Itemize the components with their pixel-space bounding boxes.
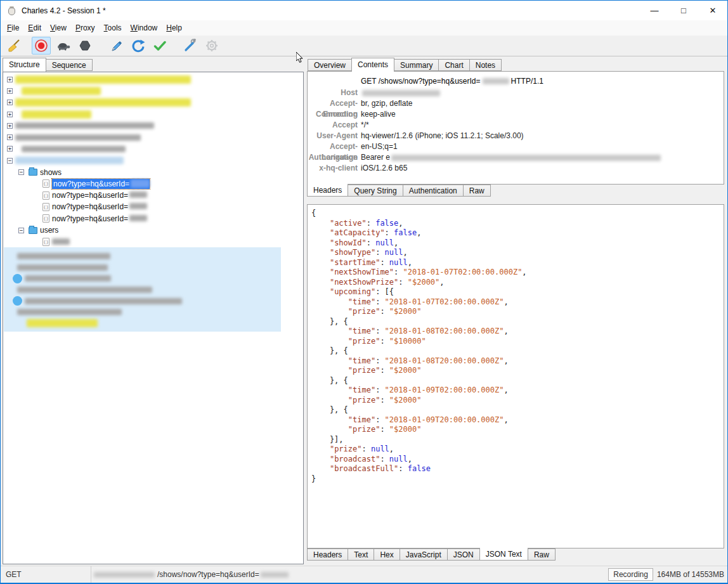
tab-notes[interactable]: Notes: [469, 59, 502, 71]
close-button[interactable]: ✕: [698, 1, 727, 20]
json-text-body: { "active": false, "atCapacity": false, …: [311, 209, 724, 484]
redacted-blob: [15, 75, 191, 84]
clear-broom-icon[interactable]: [4, 37, 23, 55]
status-path-text: /shows/now?type=hq&userId=: [157, 570, 259, 579]
subtab-headers[interactable]: Headers: [307, 184, 348, 197]
redacted-blob: [15, 98, 191, 107]
breakpoints-hexagon-icon[interactable]: [75, 37, 94, 55]
throttle-turtle-icon[interactable]: [54, 37, 73, 55]
expand-plus-icon[interactable]: +: [7, 112, 13, 117]
toolbar: [1, 36, 727, 56]
tree-row[interactable]: {}now?type=hq&userId=: [3, 178, 303, 190]
tree-row[interactable]: −shows: [3, 166, 303, 178]
minimize-button[interactable]: —: [640, 1, 669, 20]
compose-pen-icon[interactable]: [107, 37, 126, 55]
tree-row[interactable]: {}now?type=hq&userId=: [3, 201, 303, 212]
tree-row[interactable]: [4, 273, 281, 285]
tree-item-label: now?type=hq&userId=: [52, 191, 147, 200]
expand-plus-icon[interactable]: +: [7, 134, 13, 140]
menu-item-help[interactable]: Help: [162, 22, 186, 34]
subtab-raw[interactable]: Raw: [463, 185, 491, 197]
tree-row[interactable]: [4, 262, 281, 273]
menu-item-tools[interactable]: Tools: [100, 22, 126, 34]
mouse-cursor: [296, 52, 304, 64]
subtab-authentication[interactable]: Authentication: [403, 185, 464, 197]
repeat-icon[interactable]: [129, 37, 148, 55]
subtab-javascript[interactable]: JavaScript: [400, 548, 448, 561]
tree-row[interactable]: {}: [3, 236, 303, 247]
subtab-hex[interactable]: Hex: [374, 548, 400, 561]
folder-icon: [29, 169, 37, 176]
tree-row[interactable]: +: [3, 143, 303, 155]
tree-row[interactable]: +: [3, 97, 303, 108]
tree-row[interactable]: [4, 250, 281, 262]
expand-plus-icon[interactable]: +: [7, 123, 13, 129]
redacted-user-id: [483, 78, 509, 84]
request-doc-icon: {}: [42, 238, 49, 246]
subtab-text[interactable]: Text: [348, 548, 374, 561]
tree-row[interactable]: +: [3, 131, 303, 143]
collapse-minus-icon[interactable]: −: [7, 158, 13, 164]
redacted-blob: [22, 146, 126, 152]
header-value: [358, 88, 724, 98]
tree-row[interactable]: [4, 306, 281, 318]
expand-plus-icon[interactable]: +: [7, 77, 13, 82]
request-doc-icon: {}: [42, 203, 49, 211]
collapse-minus-icon[interactable]: −: [18, 169, 24, 175]
headers-subtab-strip: HeadersQuery StringAuthenticationRaw: [307, 185, 490, 198]
tree-item-label: now?type=hq&userId=: [52, 214, 147, 223]
menu-item-proxy[interactable]: Proxy: [71, 22, 100, 34]
header-value: hq-viewer/1.2.6 (iPhone; iOS 11.2.1; Sca…: [358, 131, 724, 141]
tab-sequence[interactable]: Sequence: [46, 59, 93, 71]
settings-gear-icon[interactable]: [202, 37, 221, 55]
subtab-headers[interactable]: Headers: [307, 548, 348, 561]
tree-row[interactable]: {}now?type=hq&userId=: [3, 190, 303, 201]
tree-row[interactable]: +: [3, 85, 303, 96]
tree-row[interactable]: +: [3, 74, 303, 85]
menu-item-window[interactable]: Window: [126, 22, 162, 34]
recording-indicator[interactable]: Recording: [608, 568, 653, 581]
charles-app-icon: [7, 6, 16, 16]
expand-plus-icon[interactable]: +: [7, 88, 13, 94]
redacted-value: [362, 90, 440, 96]
request-doc-icon: {}: [42, 191, 49, 200]
maximize-button[interactable]: □: [669, 1, 698, 20]
subtab-raw[interactable]: Raw: [528, 548, 556, 561]
subtab-json-text[interactable]: JSON Text: [479, 548, 528, 561]
tools-icon[interactable]: [181, 37, 200, 55]
collapse-minus-icon[interactable]: −: [18, 228, 24, 233]
tab-summary[interactable]: Summary: [394, 59, 439, 71]
expand-plus-icon[interactable]: +: [7, 146, 13, 152]
status-bar: GET /shows/now?type=hq&userId= Recording…: [1, 566, 727, 583]
tab-structure[interactable]: Structure: [3, 58, 46, 72]
tree-row[interactable]: [4, 284, 281, 295]
menu-item-view[interactable]: View: [46, 22, 71, 34]
subtab-json[interactable]: JSON: [447, 548, 480, 561]
redacted-user-id: [261, 572, 289, 578]
menu-item-file[interactable]: File: [3, 22, 23, 34]
tree-row[interactable]: −users: [3, 224, 303, 236]
validate-check-icon[interactable]: [150, 37, 169, 55]
tree-row[interactable]: {}now?type=hq&userId=: [3, 213, 303, 224]
request-line-protocol: HTTP/1.1: [511, 77, 543, 86]
tree-row[interactable]: [4, 318, 281, 329]
header-name: Accept: [308, 120, 358, 131]
expand-plus-icon[interactable]: +: [7, 100, 13, 105]
request-doc-icon: {}: [42, 214, 49, 223]
tree-row[interactable]: −: [3, 155, 303, 166]
redacted-value: [391, 155, 661, 161]
redacted-blob: [17, 287, 152, 293]
tree-row[interactable]: +: [3, 120, 303, 131]
request-line: GET /shows/now?type=hq&userId= HTTP/1.1: [361, 77, 724, 86]
tab-chart[interactable]: Chart: [438, 59, 469, 71]
tree-row[interactable]: +: [3, 108, 303, 120]
tab-contents[interactable]: Contents: [351, 58, 394, 72]
tree-row[interactable]: [4, 295, 281, 307]
tab-overview[interactable]: Overview: [308, 59, 352, 71]
structure-panel: StructureSequence +++++++−−shows{}now?ty…: [1, 57, 306, 565]
header-name: Host: [308, 88, 358, 98]
subtab-query-string[interactable]: Query String: [348, 185, 403, 197]
redacted-blob: [129, 191, 147, 198]
menu-item-edit[interactable]: Edit: [23, 22, 46, 34]
record-icon[interactable]: [32, 37, 51, 55]
